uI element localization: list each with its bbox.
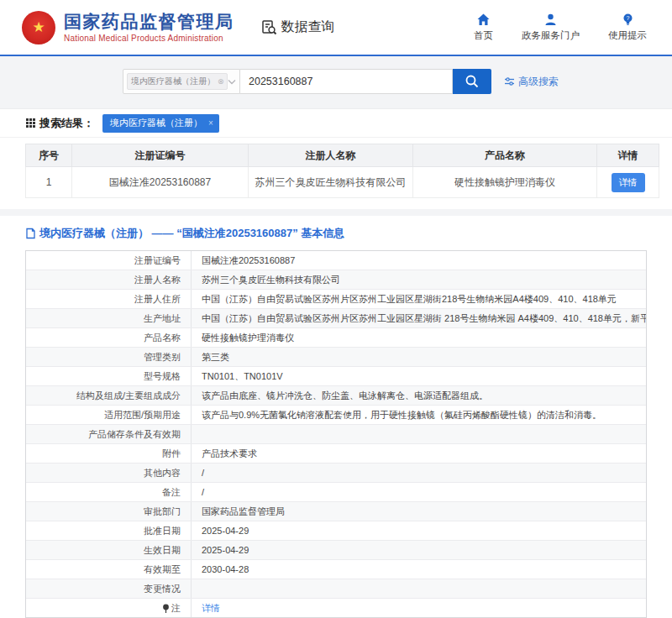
detail-value: 该产品与0.9%无菌氯化钠溶液配套使用，用于硬性接触镜（氟硅丙烯酸酯硬性镜）的清… — [192, 406, 646, 424]
col-header-product: 产品名称 — [413, 144, 597, 167]
detail-label: 注 — [26, 599, 192, 617]
detail-row-note: 注 详情 — [26, 599, 646, 617]
cell-reg-no: 国械注准20253160887 — [72, 167, 249, 198]
search-bar: 境内医疗器械（注册） ⊗ — [123, 69, 672, 94]
nav-home-label: 首页 — [474, 29, 493, 42]
detail-label: 批准日期 — [26, 521, 192, 540]
detail-value: 产品技术要求 — [192, 444, 646, 463]
col-header-reg-no: 注册证编号 — [72, 144, 249, 167]
detail-row-expiry-date: 有效期至 2030-04-28 — [26, 560, 646, 579]
detail-row-production-address: 生产地址 中国（江苏）自由贸易试验区苏州片区苏州工业园区星湖街 218号生物纳米… — [26, 309, 646, 328]
detail-row-registrant: 注册人名称 苏州三个臭皮匠生物科技有限公司 — [26, 270, 646, 290]
detail-label: 注册人住所 — [26, 290, 192, 308]
detail-value: 2025-04-29 — [192, 541, 646, 559]
detail-value — [192, 579, 646, 598]
detail-label: 注册人名称 — [26, 270, 192, 289]
detail-row-model-spec: 型号规格 TN0101、TN0101V — [26, 367, 646, 386]
app-name-label: 数据查询 — [281, 18, 335, 36]
detail-label: 适用范围/预期用途 — [26, 406, 192, 424]
detail-label: 审批部门 — [26, 502, 192, 521]
nav-usage-tips-label: 使用提示 — [608, 29, 647, 42]
detail-row-approval-dept: 审批部门 国家药品监督管理局 — [26, 502, 646, 521]
detail-row-product-name: 产品名称 硬性接触镜护理消毒仪 — [26, 328, 646, 348]
pin-icon — [162, 604, 170, 614]
col-header-registrant: 注册人名称 — [249, 144, 413, 167]
site-subtitle: National Medical Products Administration — [64, 34, 234, 43]
section-gap — [0, 209, 672, 216]
detail-label: 产品储存条件及有效期 — [26, 425, 192, 443]
detail-row-storage: 产品储存条件及有效期 — [26, 425, 646, 444]
detail-label: 生产地址 — [26, 309, 192, 327]
category-chip[interactable]: 境内医疗器械（注册） ⊗ — [127, 73, 228, 90]
detail-section-title: 境内医疗器械（注册） —— “国械注准20253160887” 基本信息 — [25, 223, 647, 250]
detail-label: 产品名称 — [26, 328, 192, 347]
results-table-block: 序号 注册证编号 注册人名称 产品名称 详情 1 国械注准20253160887… — [0, 138, 672, 209]
search-button[interactable] — [453, 69, 491, 94]
nav-gov-portal[interactable]: 政务服务门户 — [522, 13, 580, 42]
results-table: 序号 注册证编号 注册人名称 产品名称 详情 1 国械注准20253160887… — [25, 144, 659, 198]
home-icon — [476, 13, 491, 27]
detail-card: 境内医疗器械（注册） —— “国械注准20253160887” 基本信息 注册证… — [0, 216, 672, 618]
detail-label: 其他内容 — [26, 464, 192, 482]
col-header-index: 序号 — [26, 144, 72, 167]
table-row: 1 国械注准20253160887 苏州三个臭皮匠生物科技有限公司 硬性接触镜护… — [26, 167, 659, 198]
nmpa-emblem-logo: ★ — [22, 11, 55, 45]
site-title: 国家药品监督管理局 — [64, 12, 234, 31]
nav-home[interactable]: 首页 — [474, 13, 493, 42]
row-detail-button[interactable]: 详情 — [612, 173, 645, 192]
detail-label: 生效日期 — [26, 541, 192, 559]
search-strip: 境内医疗器械（注册） ⊗ — [0, 56, 672, 108]
detail-value: / — [192, 464, 646, 482]
cell-registrant: 苏州三个臭皮匠生物科技有限公司 — [249, 167, 413, 198]
search-input[interactable] — [240, 69, 453, 94]
detail-value: 硬性接触镜护理消毒仪 — [192, 328, 646, 347]
chip-remove-icon[interactable]: ⊗ — [218, 77, 224, 86]
search-magnifier-icon — [465, 74, 480, 89]
emblem-star-icon: ★ — [32, 20, 45, 34]
detail-label: 有效期至 — [26, 560, 192, 579]
document-icon — [25, 228, 36, 239]
detail-row-changes: 变更情况 — [26, 579, 646, 599]
detail-row-management-class: 管理类别 第三类 — [26, 348, 646, 367]
top-navigation: 首页 政务服务门户 ? 使用提示 — [474, 13, 647, 42]
active-filter-tag[interactable]: 境内医疗器械（注册） × — [102, 114, 219, 133]
detail-title-text: 境内医疗器械（注册） —— “国械注准20253160887” 基本信息 — [39, 226, 344, 241]
detail-label: 备注 — [26, 483, 192, 501]
detail-value — [192, 425, 646, 443]
col-header-detail: 详情 — [597, 144, 659, 167]
category-chip-label: 境内医疗器械（注册） — [131, 76, 215, 87]
note-label: 注 — [171, 602, 181, 615]
detail-value: 2025-04-29 — [192, 521, 646, 540]
detail-value: 苏州三个臭皮匠生物科技有限公司 — [192, 270, 646, 289]
detail-label: 型号规格 — [26, 367, 192, 385]
detail-label: 变更情况 — [26, 579, 192, 598]
nav-usage-tips[interactable]: ? 使用提示 — [608, 13, 647, 42]
detail-row-intended-use: 适用范围/预期用途 该产品与0.9%无菌氯化钠溶液配套使用，用于硬性接触镜（氟硅… — [26, 406, 646, 425]
detail-row-approval-date: 批准日期 2025-04-29 — [26, 521, 646, 541]
detail-row-reg-no: 注册证编号 国械注准20253160887 — [26, 251, 646, 270]
detail-row-structure: 结构及组成/主要组成成分 该产品由底座、镜片冲洗仓、防尘盖、电泳解离仓、电源适配… — [26, 386, 646, 406]
detail-value: 2030-04-28 — [192, 560, 646, 579]
cell-index: 1 — [26, 167, 72, 198]
brand-titles: 国家药品监督管理局 National Medical Products Admi… — [64, 12, 234, 42]
detail-value: 国械注准20253160887 — [192, 251, 646, 270]
note-detail-link[interactable]: 详情 — [202, 602, 220, 615]
person-icon — [543, 13, 558, 27]
detail-label: 结构及组成/主要组成成分 — [26, 386, 192, 405]
detail-value: 中国（江苏）自由贸易试验区苏州片区苏州工业园区星湖街 218号生物纳米园 A4楼… — [192, 309, 646, 327]
advanced-search-link[interactable]: 高级搜索 — [504, 75, 559, 89]
cell-product: 硬性接触镜护理消毒仪 — [413, 167, 597, 198]
app-name: 数据查询 — [261, 18, 335, 36]
search-results-bar: 搜索结果： 境内医疗器械（注册） × — [0, 108, 672, 138]
detail-value: 国家药品监督管理局 — [192, 502, 646, 521]
detail-row-registrant-address: 注册人住所 中国（江苏）自由贸易试验区苏州片区苏州工业园区星湖街218号生物纳米… — [26, 290, 646, 309]
svg-text:?: ? — [626, 15, 629, 21]
detail-row-attachment: 附件 产品技术要求 — [26, 444, 646, 464]
tips-bulb-icon: ? — [621, 13, 635, 27]
chevron-down-icon — [228, 79, 236, 85]
filter-tag-close-icon[interactable]: × — [208, 118, 213, 128]
detail-value: / — [192, 483, 646, 501]
search-category-select[interactable]: 境内医疗器械（注册） ⊗ — [123, 69, 240, 94]
detail-value: 中国（江苏）自由贸易试验区苏州片区苏州工业园区星湖街218号生物纳米园A4楼40… — [192, 290, 646, 308]
data-query-doc-magnifier-icon — [261, 19, 277, 35]
